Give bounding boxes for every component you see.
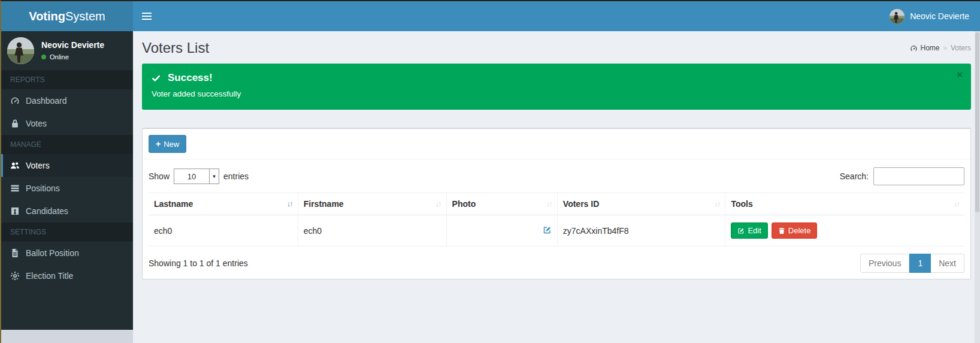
sidebar-item-positions[interactable]: Positions [1,177,133,200]
sidebar-user-panel: Neovic Devierte Online [1,31,133,70]
cell-photo [446,215,557,246]
user-status-label: Online [50,53,69,61]
sidebar-item-label: Election Title [26,271,73,281]
sort-icon: ↓↑ [546,199,552,208]
page-title: Voters List [142,40,209,56]
gauge-icon [910,44,918,52]
gauge-icon [10,96,20,106]
sidebar-item-candidates[interactable]: Candidates [1,200,133,222]
sidebar-item-voters[interactable]: Voters [1,154,133,177]
column-label: Firstname [304,199,344,209]
new-button-label: New [164,140,179,149]
voters-box: +New Show 10 ▾ entries Search: [142,128,971,279]
scrollbar-thumb[interactable] [975,32,979,212]
sidebar-section-settings: SETTINGS [1,222,133,242]
sidebar-user-name: Neovic Devierte [41,40,104,50]
sort-icon: ↓↑ [954,199,959,208]
search-input[interactable] [873,167,964,185]
entries-select-value: 10 [174,169,209,183]
user-status: Online [41,53,104,61]
sidebar-item-votes[interactable]: Votes [1,112,133,135]
breadcrumb: Home > Voters [910,44,971,52]
plus-icon: + [156,139,161,149]
cell-voters-id: zy7cAXxinTb4fF8 [557,215,725,246]
delete-button[interactable]: Delete [772,222,818,239]
alert-message: Voter added successfully [152,89,953,98]
column-label: Voters ID [563,199,599,209]
show-label: Show [149,172,170,181]
app-window: VotingSystem Neovic Devierte Neovic Devi… [0,0,980,343]
photo-edit-icon[interactable] [543,225,552,234]
check-icon [152,74,161,83]
pagination-previous-button[interactable]: Previous [860,254,909,273]
gear-icon [10,271,20,281]
hamburger-icon [142,16,152,17]
dropdown-arrow-icon: ▾ [209,169,219,183]
sidebar-item-ballot-position[interactable]: Ballot Position [1,242,133,264]
column-header-voters-id[interactable]: ↓↑ Voters ID [557,193,725,215]
cell-lastname: ech0 [149,215,298,246]
user-avatar [7,37,34,64]
list-icon [10,183,20,193]
column-label: Lastname [154,199,193,209]
breadcrumb-separator: > [943,44,947,52]
sort-icon: ↓↑ [435,199,441,208]
file-icon [10,248,20,258]
column-header-lastname[interactable]: ↓↑ Lastname [149,193,298,215]
search-label: Search: [840,172,869,181]
page-length-control: Show 10 ▾ entries [149,169,249,184]
navbar-user-menu[interactable]: Neovic Devierte [890,1,980,31]
content-area: Voters List Home > Voters Success! Voter… [133,31,980,343]
edit-button-label: Edit [748,226,761,235]
cell-firstname: ech0 [298,215,446,246]
sidebar-item-label: Positions [26,183,60,193]
cell-tools: Edit Delete [725,215,964,246]
success-alert: Success! Voter added successfully × [142,64,971,110]
sidebar-item-label: Ballot Position [26,248,79,258]
scrollbar[interactable] [975,31,980,343]
delete-button-label: Delete [788,226,811,235]
alert-close-button[interactable]: × [957,70,963,80]
hamburger-icon [142,19,152,20]
sidebar: Neovic Devierte Online REPORTS Dashboard… [1,31,133,330]
brand-bold: Voting [29,10,65,23]
sidebar-item-election-title[interactable]: Election Title [1,264,133,287]
lock-icon [10,119,20,128]
user-avatar [890,9,905,24]
breadcrumb-home-label: Home [921,44,940,52]
column-label: Photo [452,199,476,209]
table-info: Showing 1 to 1 of 1 entries [149,258,248,268]
brand-logo[interactable]: VotingSystem [1,1,133,31]
new-voter-button[interactable]: +New [149,135,186,153]
pencil-square-icon [737,227,745,234]
sidebar-bottom-strip [1,330,133,343]
breadcrumb-home-link[interactable]: Home [910,44,940,52]
sidebar-item-label: Candidates [26,206,68,216]
sort-asc-icon: ↓↑ [287,199,292,208]
tie-icon [10,206,20,216]
entries-select[interactable]: 10 ▾ [174,169,219,184]
pagination-next-button[interactable]: Next [931,254,964,273]
pagination: Previous 1 Next [860,254,964,273]
sidebar-item-label: Votes [26,119,47,128]
voters-table: ↓↑ Lastname ↓↑ Firstname ↓↑ Photo [149,192,964,246]
sort-icon: ↓↑ [714,199,719,208]
sidebar-item-label: Voters [26,161,50,170]
pagination-page-1-button[interactable]: 1 [909,254,931,273]
edit-button[interactable]: Edit [731,222,767,239]
sidebar-item-label: Dashboard [26,96,67,106]
online-status-icon [41,55,46,59]
users-icon [10,161,20,170]
sidebar-toggle-button[interactable] [133,1,160,31]
column-header-photo[interactable]: ↓↑ Photo [446,193,557,215]
sidebar-item-dashboard[interactable]: Dashboard [1,89,133,112]
sidebar-section-reports: REPORTS [1,70,133,89]
column-label: Tools [731,199,752,209]
column-header-tools[interactable]: ↓↑ Tools [725,193,964,215]
breadcrumb-current: Voters [951,44,971,52]
table-row: ech0 ech0 zy7cAXxinTb4fF8 [149,215,964,246]
navbar-user-name: Neovic Devierte [910,11,969,21]
entries-label: entries [223,172,249,181]
trash-icon [778,227,785,234]
column-header-firstname[interactable]: ↓↑ Firstname [298,193,446,215]
